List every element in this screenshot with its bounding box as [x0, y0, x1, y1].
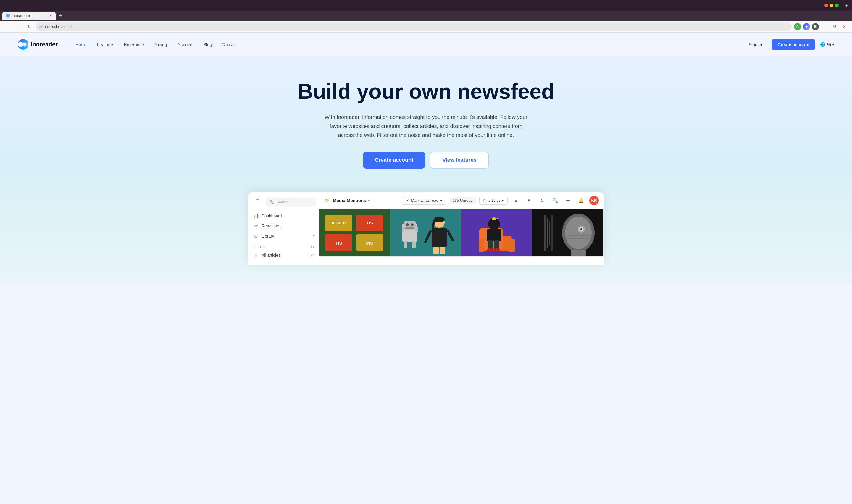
search-toolbar-button[interactable]: 🔍 [550, 196, 560, 205]
svg-point-40 [487, 249, 494, 251]
sort-up-button[interactable]: ▲ [511, 196, 521, 205]
article-card-1[interactable]: ADVER TIS TIS ING [320, 209, 391, 257]
nav-home[interactable]: Home [75, 42, 87, 47]
svg-text:ADVER: ADVER [331, 221, 346, 226]
address-bar[interactable]: 🔗 inoreader.com ⇄ [36, 22, 792, 31]
lang-arrow: ▾ [832, 42, 834, 47]
url-display: inoreader.com [45, 24, 68, 29]
hero-subtitle: With Inoreader, information comes straig… [323, 113, 529, 140]
browser-chrome: ⊞ inoreader.com ✕ + ← → ↻ 🔗 inoreader.co… [0, 0, 852, 33]
svg-rect-38 [488, 240, 493, 249]
app-main: 📁 Media Mentions ▾ ✓ Mark all as read ▾ … [320, 192, 603, 265]
tab-close-icon[interactable]: ✕ [49, 14, 52, 18]
back-button[interactable]: ← [3, 22, 12, 31]
window-buttons-right: ─ ⧉ ✕ [821, 22, 849, 31]
create-account-header-button[interactable]: Create account [772, 39, 815, 50]
sync-icon: ⇄ [69, 25, 72, 28]
article-thumb-4 [532, 209, 603, 256]
svg-rect-33 [479, 239, 484, 252]
all-articles-count: 324 [309, 253, 314, 257]
unread-count-badge: 135 Unread [450, 197, 476, 204]
sidebar-read-later-label: Read later [261, 223, 281, 228]
sidebar-toggle-browser[interactable]: ⊞ [845, 3, 849, 8]
language-selector[interactable]: 🌐 en ▾ [820, 42, 834, 47]
nav-discover[interactable]: Discover [177, 42, 194, 47]
nav-pricing[interactable]: Pricing [153, 42, 167, 47]
close-button[interactable] [824, 3, 828, 7]
nav-features[interactable]: Features [97, 42, 114, 47]
search-icon: 🔍 [269, 200, 274, 204]
svg-rect-18 [402, 226, 404, 232]
svg-rect-35 [487, 229, 502, 241]
window-controls[interactable] [824, 3, 839, 7]
svg-text:ING: ING [366, 241, 373, 246]
logo[interactable]: inoreader [18, 39, 58, 50]
library-count: 5 [312, 234, 314, 238]
article-thumb-1: ADVER TIS TIS ING [320, 209, 390, 256]
article-thumb-2 [391, 209, 461, 256]
minimize-btn-right[interactable]: ─ [821, 22, 830, 31]
sort-down-button[interactable]: ▼ [524, 196, 534, 205]
reload-button[interactable]: ↻ [25, 22, 33, 31]
dashboard-icon: 📊 [253, 213, 258, 219]
hero-view-features-button[interactable]: View features [430, 152, 489, 168]
library-icon: ⊙ [253, 233, 258, 239]
maximize-button[interactable] [835, 3, 839, 7]
refresh-button[interactable]: ↻ [537, 196, 547, 205]
site-header: inoreader Home Features Enterprise Prici… [0, 33, 852, 56]
sidebar-menu-icon[interactable]: ☰ [256, 197, 260, 203]
hero-create-account-button[interactable]: Create account [363, 152, 425, 168]
feed-dropdown-arrow: ▾ [368, 198, 370, 203]
user-avatar[interactable]: KR [589, 196, 599, 205]
sidebar-item-dashboard[interactable]: 📊 Dashboard [249, 211, 319, 221]
sidebar-search[interactable]: 🔍 Search [266, 198, 316, 207]
article-card-3[interactable] [461, 209, 532, 257]
active-browser-tab[interactable]: inoreader.com ✕ [2, 12, 56, 20]
browser-titlebar: ⊞ [0, 0, 852, 11]
mark-all-read-button[interactable]: ✓ Mark all as read ▾ [402, 196, 446, 205]
ext-icon-3[interactable]: ⊡ [812, 23, 819, 30]
bell-button[interactable]: 🔔 [576, 196, 586, 205]
sidebar-library-label: Library [261, 234, 274, 238]
article-thumb-3 [461, 209, 532, 256]
extension-icons: G ◆ ⊡ [794, 23, 819, 30]
feed-name-button[interactable]: Media Mentions ▾ [333, 198, 370, 203]
site-wrapper: inoreader Home Features Enterprise Prici… [0, 33, 852, 504]
svg-rect-19 [415, 226, 418, 232]
svg-text:TIS: TIS [366, 221, 373, 226]
svg-point-2 [24, 43, 26, 45]
eye-button[interactable]: 👁 [563, 196, 573, 205]
filter-dropdown[interactable]: All articles ▾ [479, 196, 508, 205]
nav-enterprise[interactable]: Enterprise [124, 42, 144, 47]
app-sidebar: ☰ 🔍 Search 📊 Dashboard ☆ Read later ⊙ [249, 192, 320, 265]
svg-rect-26 [433, 247, 439, 254]
mark-read-arrow: ▾ [440, 198, 442, 203]
hero-title: Build your own newsfeed [293, 80, 559, 103]
svg-point-15 [406, 223, 409, 226]
article-card-4[interactable] [532, 209, 603, 257]
ext-icon-1[interactable]: G [794, 23, 801, 30]
svg-rect-46 [551, 215, 552, 251]
tab-favicon [6, 14, 10, 18]
sidebar-item-read-later[interactable]: ☆ Read later [249, 221, 319, 231]
close-btn-right[interactable]: ✕ [840, 22, 849, 31]
svg-rect-45 [549, 221, 550, 245]
svg-rect-21 [412, 241, 416, 249]
forward-button[interactable]: → [14, 22, 22, 31]
sign-in-button[interactable]: Sign in [744, 40, 767, 49]
new-tab-button[interactable]: + [57, 13, 65, 19]
ext-icon-2[interactable]: ◆ [803, 23, 810, 30]
feed-folder-icon: 📁 [324, 198, 329, 203]
article-card-2[interactable] [391, 209, 461, 257]
restore-btn-right[interactable]: ⧉ [831, 22, 839, 31]
nav-contact[interactable]: Contact [222, 42, 237, 47]
sidebar-item-all-articles[interactable]: ≡ All articles 324 [249, 251, 319, 260]
nav-blog[interactable]: Blog [203, 42, 212, 47]
feeds-section-label: FEEDS ⚙ [249, 241, 319, 251]
feed-name-text: Media Mentions [333, 198, 366, 203]
svg-rect-23 [432, 228, 447, 247]
minimize-button[interactable] [830, 3, 833, 7]
feeds-gear-icon[interactable]: ⚙ [310, 245, 314, 249]
svg-rect-39 [494, 240, 500, 249]
sidebar-item-library[interactable]: ⊙ Library 5 [249, 231, 319, 241]
